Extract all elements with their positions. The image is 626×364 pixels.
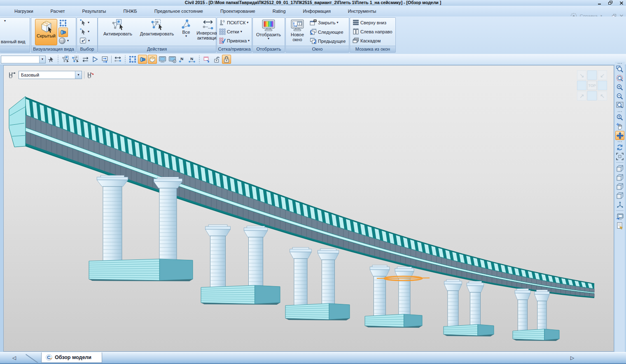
target-cursor-button[interactable] <box>46 55 55 64</box>
nav-right-cell[interactable] <box>598 81 607 90</box>
unlock-model-button[interactable] <box>212 55 221 64</box>
zoom-window-button[interactable] <box>615 65 624 74</box>
display-options-small-button[interactable] <box>168 55 177 64</box>
nav-corner-nw-icon[interactable]: ↖ <box>598 91 607 100</box>
bridge-3d-scene[interactable] <box>4 65 614 351</box>
tab-scroll-right[interactable]: ▷ <box>570 355 574 361</box>
shade-view-button[interactable] <box>138 55 147 64</box>
select-frame-button[interactable] <box>58 19 67 27</box>
run-small-button[interactable] <box>91 55 100 64</box>
menu-loads[interactable]: Нагрузки <box>6 9 42 14</box>
toolbar-grip[interactable] <box>617 140 623 143</box>
model-viewport[interactable]: Базовый ▾ ↘ ↙ TOP ↗ ↖ <box>3 65 614 352</box>
nav-corner-sw-icon[interactable]: ↙ <box>598 70 607 80</box>
menu-information[interactable]: Информация <box>294 9 339 14</box>
display-dropdown-arrow[interactable]: ▾ <box>268 37 269 40</box>
grids-dropdown-arrow[interactable]: ▾ <box>241 30 242 33</box>
window-small-button[interactable] <box>202 55 211 64</box>
activate-all-small-button[interactable] <box>100 55 110 64</box>
minimize-button[interactable] <box>598 1 602 5</box>
nav-left-cell[interactable] <box>577 81 586 90</box>
zoom-in-button[interactable] <box>615 83 624 92</box>
shade-view-button[interactable] <box>58 28 68 37</box>
quick-combo[interactable]: ▾ <box>1 56 46 63</box>
menu-pnzb[interactable]: ПНЖБ <box>115 9 146 14</box>
grids-button[interactable]: Сетки ▾ <box>219 28 242 35</box>
pan-hand-button[interactable] <box>615 122 624 131</box>
previous-selection-dropdown-arrow[interactable]: ▾ <box>88 39 90 42</box>
next-window-button[interactable]: Следующее <box>310 28 343 35</box>
view-properties-button[interactable] <box>615 221 624 230</box>
previous-window-button[interactable]: Предыдущее <box>310 37 346 44</box>
plane-combo[interactable]: Базовый ▾ <box>19 71 82 79</box>
menu-rating[interactable]: Rating <box>264 9 294 14</box>
close-button[interactable] <box>619 1 624 5</box>
close-window-button[interactable]: Закрыть ▾ <box>310 19 338 26</box>
unselect-button[interactable]: ▾ <box>79 28 89 35</box>
swap-activation-button[interactable] <box>81 55 90 64</box>
iso-view-2-button[interactable] <box>615 173 624 182</box>
select-button[interactable]: ▾ <box>79 19 89 26</box>
nav-bottom-cell[interactable] <box>587 91 597 100</box>
element-numbers-button[interactable]: N <box>187 55 196 64</box>
nav-corner-se-icon[interactable]: ↘ <box>577 70 586 80</box>
plane-combo-dropdown[interactable]: ▾ <box>75 71 82 79</box>
node-numbers-button[interactable]: N <box>178 55 187 64</box>
toolbar-grip[interactable] <box>617 110 623 113</box>
nav-top-cell[interactable] <box>587 70 597 80</box>
working-plane-icon[interactable] <box>8 71 16 79</box>
menu-analysis[interactable]: Расчет <box>42 9 74 14</box>
deactivate-button[interactable]: Деактивировать <box>136 19 178 36</box>
activate-button[interactable]: Активировать <box>100 19 136 36</box>
pan-view-button[interactable] <box>615 131 624 140</box>
unselect-dropdown-arrow[interactable]: ▾ <box>88 30 89 33</box>
display-small-button[interactable] <box>158 55 167 64</box>
toolbar-grip[interactable] <box>617 62 623 65</box>
menu-design[interactable]: Проектирование <box>212 9 264 14</box>
zoom-out-button[interactable] <box>615 92 624 101</box>
menu-results[interactable]: Результаты <box>74 9 115 14</box>
snap-button[interactable]: Привязка ▾ <box>219 37 250 44</box>
named-view-dropdown-arrow[interactable]: ▾ <box>4 19 6 23</box>
axis-view-button[interactable] <box>615 200 624 209</box>
tile-top-down-button[interactable]: Сверху вниз <box>353 19 386 26</box>
display-button[interactable]: Отобразить ▾ <box>254 19 283 40</box>
ucs-button[interactable]: G ПСК/ГСК ▾ <box>219 19 248 26</box>
activate-small-button[interactable] <box>61 55 70 64</box>
ucs-dropdown-arrow[interactable]: ▾ <box>247 21 248 24</box>
view-navigation-widget[interactable]: ↘ ↙ TOP ↗ ↖ <box>577 70 607 100</box>
menu-tools[interactable]: Инструменты <box>339 9 385 14</box>
new-window-button[interactable]: Новое окно <box>287 19 307 42</box>
iso-view-4-button[interactable] <box>615 191 624 200</box>
iso-view-3-button[interactable] <box>615 182 624 191</box>
iso-view-1-button[interactable] <box>615 164 624 173</box>
fit-selection-button[interactable] <box>128 55 137 64</box>
cascade-button[interactable]: Каскадом <box>353 37 381 44</box>
activate-all-button[interactable]: Все ▾ <box>179 19 194 38</box>
quick-combo-dropdown[interactable]: ▾ <box>39 56 45 63</box>
tab-scroll-left[interactable]: ◁ <box>12 355 16 361</box>
nav-corner-ne-icon[interactable]: ↗ <box>577 91 586 100</box>
nav-top-label[interactable]: TOP <box>587 81 597 90</box>
hidden-view-button[interactable]: Скрытый <box>35 19 57 45</box>
working-plane-edit-icon[interactable] <box>86 71 95 79</box>
tile-left-right-button[interactable]: Слева направо <box>353 28 392 35</box>
render-dropdown-arrow[interactable]: ▾ <box>67 39 69 42</box>
lock-model-button[interactable] <box>222 55 231 64</box>
named-view-label[interactable]: ванный вид <box>1 39 26 44</box>
zoom-fit-button[interactable] <box>615 101 624 110</box>
restore-button[interactable] <box>608 1 613 5</box>
view-extents-button[interactable] <box>615 152 624 161</box>
previous-selection-button[interactable]: ▾ <box>79 37 90 44</box>
zoom-scale-button[interactable] <box>615 113 624 122</box>
activate-all-dropdown-arrow[interactable]: ▾ <box>185 35 187 38</box>
snap-dropdown-arrow[interactable]: ▾ <box>248 39 250 42</box>
inverse-activation-small-button[interactable] <box>113 55 122 64</box>
redraw-view-button[interactable] <box>615 212 624 221</box>
render-view-button[interactable]: ▾ <box>58 37 69 44</box>
model-view-tab[interactable]: C Обзор модели <box>41 352 102 363</box>
deactivate-small-button[interactable] <box>71 55 80 64</box>
rotate-view-button[interactable] <box>615 143 624 152</box>
select-dropdown-arrow[interactable]: ▾ <box>88 21 89 24</box>
close-window-dropdown-arrow[interactable]: ▾ <box>336 21 338 24</box>
